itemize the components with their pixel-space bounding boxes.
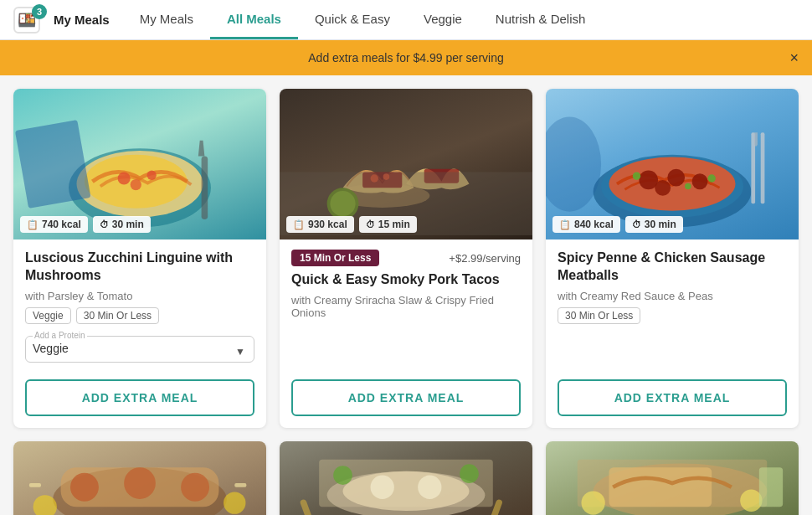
svg-rect-7 (15, 120, 91, 209)
svg-point-37 (224, 492, 245, 513)
svg-point-33 (181, 472, 209, 501)
card-2-title: Quick & Easy Smoky Pork Tacos (291, 271, 521, 289)
card-2-subtitle: with Creamy Sriracha Slaw & Crispy Fried… (291, 294, 521, 319)
protein-select-wrapper: Add a Protein Veggie Chicken Shrimp ▼ (25, 336, 254, 363)
card-1-body: Luscious Zucchini Linguine with Mushroom… (13, 239, 266, 373)
card-1-kcal: 📋 740 kcal (20, 216, 88, 233)
card-3-tags: 30 Min Or Less (558, 307, 787, 324)
meal-card-3: 📋 840 kcal ⏱ 30 min Spicy Penne & Chicke… (546, 89, 799, 428)
protein-label: Add a Protein (33, 331, 87, 340)
card-3-title: Spicy Penne & Chicken Sausage Meatballs (558, 250, 787, 285)
card-3-meta: 📋 840 kcal ⏱ 30 min (552, 216, 683, 233)
card-2-tags: 15 Min Or Less +$2.99/serving (291, 250, 521, 266)
svg-rect-6 (202, 157, 208, 220)
tab-veggie[interactable]: Veggie (407, 0, 479, 39)
protein-select[interactable]: Veggie Chicken Shrimp (33, 338, 247, 358)
card-1-time: ⏱ 30 min (93, 216, 151, 233)
svg-rect-35 (234, 483, 246, 487)
svg-rect-52 (759, 467, 783, 507)
main-nav: 🍱 3 My Meals My Meals All Meals Quick & … (0, 0, 812, 40)
svg-point-42 (418, 475, 441, 498)
meal-card-5-partial (280, 441, 532, 515)
tab-nutrish[interactable]: Nutrish & Delish (479, 0, 603, 39)
card-6-image (546, 441, 799, 515)
tag-veggie: Veggie (25, 307, 71, 324)
svg-point-22 (655, 180, 671, 196)
svg-rect-49 (609, 467, 712, 507)
card-1-title: Luscious Zucchini Linguine with Mushroom… (25, 250, 254, 285)
card-2-image: 📋 930 kcal ⏱ 15 min (280, 89, 532, 239)
card-2-body: 15 Min Or Less +$2.99/serving Quick & Ea… (280, 239, 532, 373)
card-2-meta: 📋 930 kcal ⏱ 15 min (286, 216, 417, 233)
svg-point-4 (146, 171, 156, 180)
svg-point-45 (333, 466, 352, 485)
svg-rect-34 (29, 483, 41, 487)
svg-point-46 (460, 464, 479, 483)
card-3-body: Spicy Penne & Chicken Sausage Meatballs … (546, 239, 799, 373)
banner-text: Add extra meals for $4.99 per serving (308, 51, 503, 64)
tag-15min: 15 Min Or Less (291, 250, 379, 266)
svg-point-25 (685, 183, 691, 190)
svg-point-51 (740, 489, 762, 511)
card-2-kcal: 📋 930 kcal (286, 216, 354, 233)
svg-point-41 (371, 475, 394, 498)
cart-badge: 3 (32, 4, 47, 19)
banner-close-button[interactable]: × (789, 50, 799, 65)
card-1-meta: 📋 740 kcal ⏱ 30 min (20, 216, 151, 233)
svg-point-3 (118, 172, 131, 184)
svg-point-50 (581, 491, 604, 514)
add-extra-meal-button-2[interactable]: ADD EXTRA MEAL (291, 379, 521, 416)
svg-point-40 (343, 471, 470, 510)
card-2-time: ⏱ 15 min (359, 216, 417, 233)
svg-point-31 (70, 472, 99, 501)
meal-card-6-partial (546, 441, 799, 515)
card-3-subtitle: with Creamy Red Sauce & Peas (558, 290, 787, 302)
meal-card-4-partial (13, 441, 266, 515)
tag-30min: 30 Min Or Less (76, 307, 159, 324)
card-1-image: 📋 740 kcal ⏱ 30 min (13, 89, 266, 239)
card-3-kcal: 📋 840 kcal (552, 216, 620, 233)
card-3-image: 📋 840 kcal ⏱ 30 min (546, 89, 799, 239)
card-5-image (280, 441, 532, 515)
card-3-time: ⏱ 30 min (625, 216, 683, 233)
add-extra-meal-button-1[interactable]: ADD EXTRA MEAL (25, 379, 254, 416)
tag-30min-3: 30 Min Or Less (558, 307, 640, 324)
meal-grid: 📋 740 kcal ⏱ 30 min Luscious Zucchini Li… (0, 75, 812, 515)
svg-point-23 (633, 172, 640, 179)
svg-rect-43 (300, 498, 314, 515)
card-1-subtitle: with Parsley & Tomato (25, 290, 254, 302)
meal-card-2: 📋 930 kcal ⏱ 15 min 15 Min Or Less +$2.9… (280, 89, 532, 428)
card-1-tags: Veggie 30 Min Or Less (25, 307, 254, 324)
promo-banner: Add extra meals for $4.99 per serving × (0, 40, 812, 75)
add-extra-meal-button-3[interactable]: ADD EXTRA MEAL (558, 379, 787, 416)
svg-rect-27 (761, 132, 765, 203)
tab-all-meals[interactable]: All Meals (210, 0, 298, 39)
card-2-price: +$2.99/serving (449, 252, 521, 265)
svg-point-21 (692, 173, 708, 189)
svg-point-24 (707, 174, 715, 182)
tab-my-meals[interactable]: My Meals (123, 0, 210, 39)
logo: 🍱 3 My Meals (13, 7, 110, 33)
card-4-image (13, 441, 266, 515)
svg-point-28 (546, 116, 601, 211)
tab-quick-easy[interactable]: Quick & Easy (298, 0, 407, 39)
my-meals-label: My Meals (54, 13, 110, 27)
nav-tabs: My Meals All Meals Quick & Easy Veggie N… (123, 0, 603, 39)
svg-point-5 (131, 179, 141, 190)
meal-card-1: 📋 740 kcal ⏱ 30 min Luscious Zucchini Li… (13, 89, 266, 428)
svg-point-32 (124, 467, 156, 499)
svg-point-20 (667, 169, 685, 187)
